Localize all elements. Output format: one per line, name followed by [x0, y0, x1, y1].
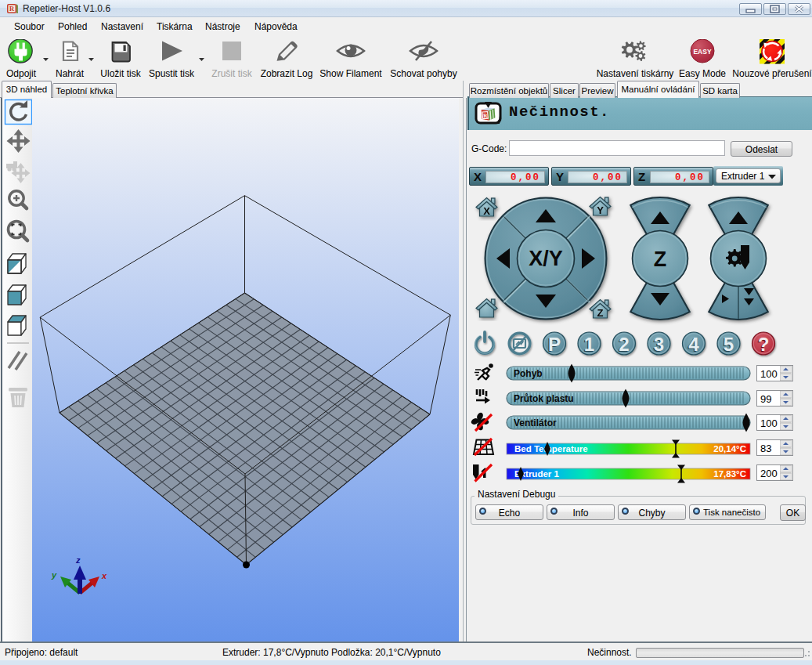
svg-text:Z: Z: [597, 307, 604, 319]
svg-text:1: 1: [584, 334, 594, 355]
svg-text:Průtok plastu: Průtok plastu: [514, 393, 574, 404]
svg-text:P: P: [548, 334, 561, 355]
svg-text:Pohyb: Pohyb: [514, 368, 543, 379]
svg-text:4: 4: [688, 334, 699, 355]
svg-text:20,14°C: 20,14°C: [713, 444, 746, 454]
svg-text:X/Y: X/Y: [529, 247, 563, 270]
svg-text:R: R: [9, 5, 15, 13]
svg-text:x: x: [101, 571, 107, 580]
svg-text:Z: Z: [654, 248, 667, 271]
svg-text:Y: Y: [597, 204, 604, 216]
svg-text:17,83°C: 17,83°C: [713, 469, 746, 479]
svg-text:?: ?: [758, 334, 770, 355]
svg-text:Ventilátor: Ventilátor: [514, 417, 557, 428]
svg-text:y: y: [51, 570, 57, 580]
svg-text:z: z: [75, 555, 81, 565]
svg-text:Bed Temperature: Bed Temperature: [514, 444, 588, 454]
svg-text:EASY: EASY: [693, 48, 711, 56]
svg-text:2: 2: [619, 334, 629, 355]
svg-text:3: 3: [654, 334, 664, 355]
svg-text:X: X: [483, 205, 490, 217]
svg-text:5: 5: [724, 334, 734, 355]
